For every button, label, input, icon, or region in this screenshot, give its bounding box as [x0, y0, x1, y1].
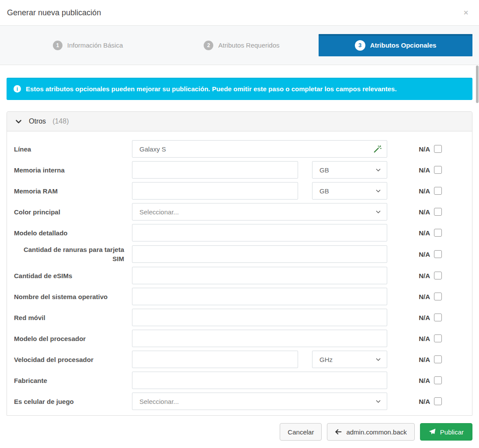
- na-checkbox-modelo-detallado[interactable]: [434, 229, 442, 237]
- na-cluster: N/A: [419, 229, 442, 237]
- step-2-label: Atributos Requeridos: [218, 41, 279, 49]
- field-label: Es celular de juego: [14, 397, 132, 406]
- na-checkbox-linea[interactable]: [434, 145, 442, 153]
- step-3-label: Atributos Opcionales: [370, 41, 437, 49]
- na-checkbox-red-movil[interactable]: [434, 314, 442, 321]
- field-label: Memoria RAM: [14, 186, 132, 196]
- field-control: [132, 288, 387, 305]
- wizard-steps: 1 Información Básica 2 Atributos Requeri…: [0, 25, 479, 65]
- na-cluster: N/A: [419, 334, 442, 342]
- select-color-principal[interactable]: Seleccionar...: [132, 203, 387, 221]
- na-cluster: N/A: [419, 208, 442, 216]
- info-icon: i: [14, 85, 21, 93]
- back-button-label: admin.common.back: [346, 428, 406, 436]
- field-control: GHz: [132, 351, 387, 368]
- na-checkbox-nombre-del-sistema-operativo[interactable]: [434, 293, 442, 300]
- na-checkbox-velocidad-del-procesador[interactable]: [434, 355, 442, 363]
- scrollbar-thumb[interactable]: [476, 65, 479, 103]
- field-label: Línea: [14, 145, 132, 154]
- chevron-down-icon: [376, 400, 381, 403]
- modal-footer: Cancelar admin.common.back Publicar: [0, 416, 479, 448]
- field-control: [132, 140, 387, 158]
- select-placeholder: Seleccionar...: [139, 398, 179, 405]
- select-unit-value: GHz: [319, 356, 333, 363]
- na-checkbox-memoria-interna[interactable]: [434, 166, 442, 174]
- form-row-velocidad-del-procesador: Velocidad del procesadorGHzN/A: [14, 351, 472, 368]
- na-label: N/A: [419, 145, 430, 153]
- na-label: N/A: [419, 314, 430, 321]
- input-memoria-interna[interactable]: [132, 161, 298, 179]
- field-label: Velocidad del procesador: [14, 355, 132, 364]
- na-checkbox-memoria-ram[interactable]: [434, 187, 442, 195]
- select-unit-value: GB: [319, 187, 329, 195]
- publish-button[interactable]: Publicar: [420, 423, 472, 441]
- modal-generar-publicacion: Generar nueva publicación ✕ 1 Informació…: [0, 0, 479, 448]
- form-row-nombre-del-sistema-operativo: Nombre del sistema operativoN/A: [14, 288, 472, 305]
- field-label: Nombre del sistema operativo: [14, 292, 132, 301]
- field-control: Seleccionar...: [132, 393, 387, 410]
- na-label: N/A: [419, 377, 430, 384]
- na-checkbox-modelo-del-procesador[interactable]: [434, 334, 442, 342]
- na-checkbox-fabricante[interactable]: [434, 376, 442, 384]
- na-cluster: N/A: [419, 250, 442, 258]
- cancel-button[interactable]: Cancelar: [280, 423, 322, 441]
- input-fabricante[interactable]: [132, 372, 387, 389]
- input-red-movil[interactable]: [132, 309, 387, 326]
- na-cluster: N/A: [419, 397, 442, 405]
- na-label: N/A: [419, 398, 430, 405]
- select-es-celular-de-juego[interactable]: Seleccionar...: [132, 393, 387, 410]
- input-cantidad-de-esims[interactable]: [132, 267, 387, 284]
- magic-wand-icon[interactable]: [373, 145, 382, 153]
- section-otros-header[interactable]: Otros (148): [7, 112, 472, 131]
- step-1-circle: 1: [53, 41, 62, 50]
- back-button[interactable]: admin.common.back: [327, 423, 414, 441]
- step-3-atributos-opcionales[interactable]: 3 Atributos Opcionales: [319, 34, 472, 56]
- step-1-informacion-basica[interactable]: 1 Información Básica: [11, 34, 165, 56]
- field-control: [132, 330, 387, 347]
- input-cantidad-de-ranuras-para-tarjeta-sim[interactable]: [132, 245, 387, 263]
- na-checkbox-cantidad-de-esims[interactable]: [434, 272, 442, 279]
- form-row-memoria-interna: Memoria internaGBN/A: [14, 161, 472, 179]
- chevron-down-icon: [376, 169, 381, 172]
- select-unit-memoria-ram[interactable]: GB: [312, 182, 387, 200]
- na-checkbox-es-celular-de-juego[interactable]: [434, 397, 442, 405]
- input-linea[interactable]: [132, 140, 387, 158]
- step-2-circle: 2: [204, 41, 213, 50]
- na-checkbox-color-principal[interactable]: [434, 208, 442, 216]
- field-control: GB: [132, 161, 387, 179]
- form-row-cantidad-de-esims: Cantidad de eSIMsN/A: [14, 267, 472, 284]
- na-cluster: N/A: [419, 145, 442, 153]
- field-label: Fabricante: [14, 376, 132, 385]
- form-row-memoria-ram: Memoria RAMGBN/A: [14, 182, 472, 200]
- na-label: N/A: [419, 187, 430, 195]
- na-label: N/A: [419, 251, 430, 258]
- field-label: Cantidad de eSIMs: [14, 271, 132, 280]
- info-banner: i Estos atributos opcionales pueden mejo…: [7, 78, 472, 100]
- na-label: N/A: [419, 272, 430, 279]
- chevron-down-icon: [15, 118, 22, 125]
- input-memoria-ram[interactable]: [132, 182, 298, 200]
- section-title: Otros: [29, 117, 46, 125]
- input-modelo-del-procesador[interactable]: [132, 330, 387, 347]
- chevron-down-icon: [376, 210, 381, 214]
- input-nombre-del-sistema-operativo[interactable]: [132, 288, 387, 305]
- section-otros: Otros (148) LíneaN/AMemoria internaGBN/A…: [7, 111, 472, 416]
- select-unit-memoria-interna[interactable]: GB: [312, 161, 387, 179]
- select-unit-velocidad-del-procesador[interactable]: GHz: [312, 351, 387, 368]
- select-unit-value: GB: [319, 166, 329, 174]
- na-label: N/A: [419, 356, 430, 363]
- arrow-left-icon: [335, 429, 342, 435]
- na-cluster: N/A: [419, 187, 442, 195]
- na-cluster: N/A: [419, 272, 442, 279]
- paper-plane-icon: [429, 428, 436, 435]
- na-label: N/A: [419, 166, 430, 174]
- na-checkbox-cantidad-de-ranuras-para-tarjeta-sim[interactable]: [434, 250, 442, 258]
- na-cluster: N/A: [419, 314, 442, 321]
- input-modelo-detallado[interactable]: [132, 224, 387, 241]
- input-velocidad-del-procesador[interactable]: [132, 351, 298, 368]
- form-row-modelo-del-procesador: Modelo del procesadorN/A: [14, 330, 472, 347]
- field-control: [132, 245, 387, 263]
- step-2-atributos-requeridos[interactable]: 2 Atributos Requeridos: [165, 34, 319, 56]
- info-banner-text: Estos atributos opcionales pueden mejora…: [26, 85, 397, 93]
- close-icon[interactable]: ✕: [463, 10, 469, 16]
